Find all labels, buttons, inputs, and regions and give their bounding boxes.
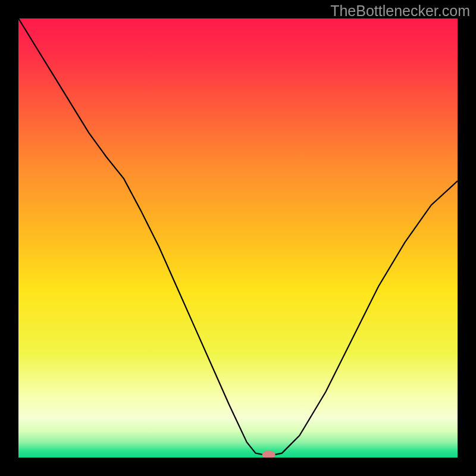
plot-area [18, 18, 458, 458]
chart-frame: TheBottlenecker.com [0, 0, 476, 476]
gradient-background [18, 18, 458, 458]
plot-svg [18, 18, 458, 458]
watermark-text: TheBottlenecker.com [330, 2, 470, 20]
